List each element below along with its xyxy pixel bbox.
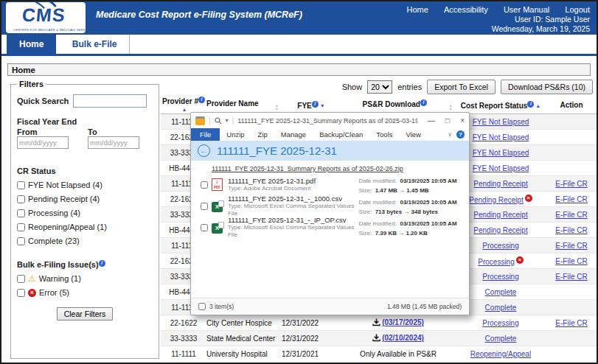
efile-cr-link[interactable]: E-File CR xyxy=(555,257,587,265)
zip-file-link[interactable]: 111111_FYE 2025-12-31_Summary Reports as… xyxy=(212,165,403,172)
maximize-icon[interactable]: □ xyxy=(445,116,450,125)
efile-cr-link[interactable]: E-File CR xyxy=(555,211,587,219)
chevron-down-icon[interactable]: ∨ xyxy=(448,131,452,138)
close-icon[interactable]: × xyxy=(460,116,465,125)
filter-error[interactable]: × Error (5) xyxy=(17,288,153,297)
filter-warning[interactable]: ⚠ Warning (1) xyxy=(17,274,153,283)
file-name: 111111_FYE 2025-12-31_-_IP_OP.csv xyxy=(228,217,358,224)
tab-home[interactable]: Home xyxy=(7,35,56,54)
menu-backup-clean[interactable]: Backup/Clean xyxy=(313,128,369,141)
efile-cr-link[interactable]: E-File CR xyxy=(555,195,587,203)
psr-availability-text: Only Available in PS&R xyxy=(360,350,437,358)
reopening-appeal-checkbox[interactable] xyxy=(17,223,25,231)
filter-complete[interactable]: Complete (23) xyxy=(17,237,153,245)
error-badge-icon: × xyxy=(516,256,524,264)
menu-tools[interactable]: Tools xyxy=(369,128,399,141)
app-title: Medicare Cost Report e-Filing System (MC… xyxy=(96,10,302,20)
filter-reopening-appeal[interactable]: Reopening/Appeal (1) xyxy=(17,223,153,231)
file-checkbox[interactable] xyxy=(201,181,208,189)
status-link[interactable]: Processing xyxy=(478,258,514,266)
efile-cr-link[interactable]: E-File CR xyxy=(555,226,587,234)
fye-to-input[interactable] xyxy=(88,136,139,149)
status-link[interactable]: Processing xyxy=(482,319,518,327)
filter-pending-receipt[interactable]: Pending Receipt (4) xyxy=(17,195,153,203)
status-link[interactable]: FYE Not Elapsed xyxy=(473,164,529,172)
status-link[interactable]: Processing xyxy=(482,242,518,250)
sort-both-icon: ▲▼ xyxy=(275,104,279,111)
status-link[interactable]: Complete xyxy=(485,288,517,296)
error-checkbox[interactable] xyxy=(17,289,25,297)
menu-manage[interactable]: Manage xyxy=(274,128,313,141)
date-modified-value: 03/19/2025 10:05 AM xyxy=(400,178,456,184)
efile-cr-link[interactable]: E-File CR xyxy=(555,180,587,188)
back-arrow-icon[interactable]: ← xyxy=(198,144,210,157)
menu-zip[interactable]: Zip xyxy=(251,128,274,141)
cms-logo-subtext: CENTERS FOR MEDICARE & MEDICAID SERVICES xyxy=(13,28,86,32)
efile-cr-link[interactable]: E-File CR xyxy=(555,242,587,250)
nav-logout-link[interactable]: Logout xyxy=(565,5,590,14)
status-link[interactable]: Processing xyxy=(482,273,518,281)
pending-receipt-checkbox[interactable] xyxy=(17,195,25,203)
help-icon[interactable]: ? xyxy=(456,130,465,139)
status-link[interactable]: Complete xyxy=(485,335,517,343)
user-id-label: User ID: Sample User xyxy=(394,15,590,24)
menu-unzip[interactable]: Unzip xyxy=(220,128,251,141)
size-value: 713 bytes → 348 bytes xyxy=(375,209,438,215)
filter-fye-not-elapsed[interactable]: FYE Not Elapsed (4) xyxy=(17,181,153,189)
efile-cr-link[interactable]: E-File CR xyxy=(555,273,587,281)
filter-option-label: Error (5) xyxy=(39,288,69,297)
fye-from-input[interactable] xyxy=(17,136,69,149)
status-link[interactable]: FYE Not Elapsed xyxy=(473,133,529,141)
select-all-checkbox[interactable] xyxy=(198,303,206,310)
psr-download-cell: (02/10/2024) xyxy=(341,331,456,346)
processing-checkbox[interactable] xyxy=(17,209,25,217)
breadcrumb: 111111_FYE 2025-12-31 xyxy=(217,144,337,157)
status-link[interactable]: Pending Receipt xyxy=(473,211,527,219)
file-checkbox[interactable] xyxy=(201,224,208,231)
status-link[interactable]: Pending Receipt xyxy=(473,180,527,188)
winzip-file-row[interactable]: 111111_FYE 2025-12-31_-_1000.csv Type: M… xyxy=(191,195,469,217)
winzip-app-icon xyxy=(195,116,205,125)
chevron-down-icon[interactable]: ▾ xyxy=(226,117,229,124)
status-link[interactable]: FYE Not Elapsed xyxy=(473,149,529,157)
status-link[interactable]: FYE Not Elapsed xyxy=(473,118,529,126)
nav-home-link[interactable]: Home xyxy=(407,5,428,14)
minimize-icon[interactable]: — xyxy=(428,116,435,125)
entries-select[interactable]: 20 xyxy=(367,80,392,94)
nav-user-manual-link[interactable]: User Manual xyxy=(504,5,549,14)
file-checkbox[interactable] xyxy=(201,203,208,210)
warning-checkbox[interactable] xyxy=(17,275,25,283)
action-cell: E-File CR xyxy=(546,207,597,223)
menu-view[interactable]: View xyxy=(400,128,428,141)
status-link[interactable]: Pending Receipt xyxy=(469,196,523,204)
status-link[interactable]: Reopening/Appeal xyxy=(470,350,531,358)
tab-bulk-efile[interactable]: Bulk e-File xyxy=(60,35,131,54)
menu-file[interactable]: File xyxy=(191,128,220,141)
download-psrs-button[interactable]: Download PS&Rs (10) xyxy=(501,80,593,94)
quick-search-input[interactable] xyxy=(73,94,147,108)
action-cell xyxy=(546,114,597,130)
clear-filters-button[interactable]: Clear Filters xyxy=(57,307,114,321)
size-label: Size: xyxy=(358,230,372,237)
action-cell xyxy=(546,346,597,362)
fye-not-elapsed-checkbox[interactable] xyxy=(17,181,25,189)
winzip-file-row[interactable]: 111111_FYE 2025-12-31_-_IP_OP.csv Type: … xyxy=(191,217,469,238)
nav-accessibility-link[interactable]: Accessibility xyxy=(444,5,488,14)
status-link[interactable]: Complete xyxy=(485,304,517,312)
psr-date-link[interactable]: (03/17/2025) xyxy=(382,318,424,326)
filter-option-label: Pending Receipt (4) xyxy=(28,195,100,203)
warning-icon: ⚠ xyxy=(28,275,36,282)
psr-date-link[interactable]: (02/10/2024) xyxy=(382,334,424,342)
winzip-breadcrumb-bar: ← 111111_FYE 2025-12-31 xyxy=(191,141,469,161)
file-type-icon xyxy=(212,178,223,191)
filter-option-label: Processing (4) xyxy=(28,209,80,217)
winzip-menubar: File Unzip Zip Manage Backup/Clean Tools… xyxy=(191,128,469,141)
winzip-file-row[interactable]: 111111_FYE 2025-12-31.pdf Type: Adobe Ac… xyxy=(191,174,469,195)
efile-cr-link[interactable]: E-File CR xyxy=(555,319,587,327)
winzip-titlebar[interactable]: | ▾ | 111111_FYE 2025-12-31_Summary Repo… xyxy=(191,113,469,128)
status-link[interactable]: Pending Receipt xyxy=(473,226,527,234)
search-icon[interactable] xyxy=(215,117,222,125)
filter-processing[interactable]: Processing (4) xyxy=(17,209,153,217)
export-to-excel-button[interactable]: Export To Excel xyxy=(427,80,496,94)
complete-checkbox[interactable] xyxy=(17,237,25,245)
